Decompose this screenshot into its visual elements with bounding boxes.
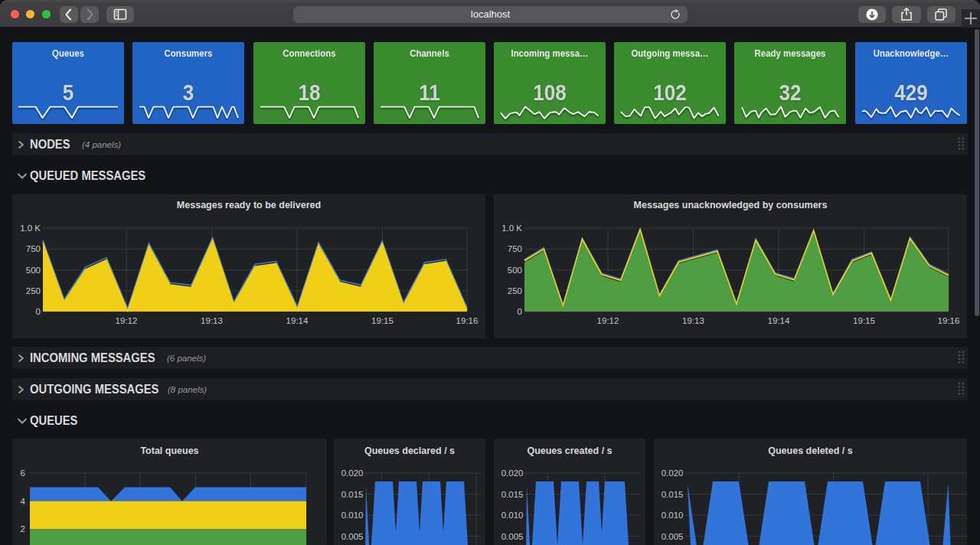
svg-text:19:14: 19:14 [286,316,309,325]
svg-text:500: 500 [508,266,522,275]
svg-text:0.015: 0.015 [501,490,524,499]
svg-text:0: 0 [518,307,522,316]
svg-text:250: 250 [26,286,41,295]
svg-text:2: 2 [21,524,25,534]
svg-text:19:16: 19:16 [456,316,479,325]
svg-text:0.010: 0.010 [662,511,684,520]
svg-text:19:16: 19:16 [938,316,960,325]
svg-text:0.015: 0.015 [341,490,364,499]
svg-text:0.015: 0.015 [662,490,684,499]
svg-text:0.010: 0.010 [341,511,364,520]
svg-text:750: 750 [508,244,522,253]
svg-text:0.005: 0.005 [341,532,364,541]
svg-text:0.005: 0.005 [501,532,524,541]
svg-text:250: 250 [508,286,522,295]
svg-text:0.020: 0.020 [662,468,684,478]
svg-text:19:14: 19:14 [768,316,790,325]
svg-text:0.020: 0.020 [501,468,524,478]
svg-text:4: 4 [21,497,26,506]
svg-text:500: 500 [26,266,41,275]
svg-text:19:13: 19:13 [682,316,704,325]
svg-text:19:13: 19:13 [201,316,223,325]
svg-text:0: 0 [36,307,41,316]
svg-text:1.0 K: 1.0 K [501,224,522,233]
svg-text:0.020: 0.020 [341,468,364,478]
svg-text:6: 6 [21,468,25,478]
svg-text:0.005: 0.005 [662,532,684,541]
svg-text:19:15: 19:15 [371,316,394,325]
svg-text:750: 750 [26,244,41,253]
svg-text:19:12: 19:12 [597,316,619,325]
svg-text:19:15: 19:15 [853,316,875,325]
svg-text:1.0 K: 1.0 K [20,224,41,233]
svg-text:0.010: 0.010 [501,511,524,520]
svg-text:19:12: 19:12 [116,316,138,325]
